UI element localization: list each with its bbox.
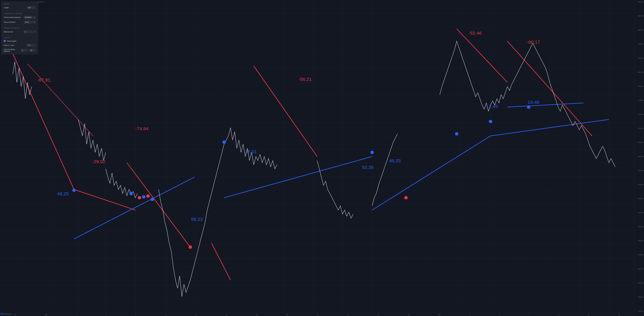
svg-text:-29.92: -29.92 xyxy=(92,159,105,164)
x-label-sep: Sep xyxy=(45,314,47,316)
x-label-oct: Oct xyxy=(438,314,440,316)
svg-text:2.45: 2.45 xyxy=(489,104,498,109)
y-label-25000: 25000.00 xyxy=(635,282,644,284)
x-label-15: 15 xyxy=(226,314,227,316)
swings-section-label: SWINGS xyxy=(2,2,38,5)
y-label-26200: 26200.00 xyxy=(635,198,644,199)
y-label-26000: 26000.00 xyxy=(635,212,644,213)
svg-line-49 xyxy=(127,163,190,247)
y-label-26800: 26800.00 xyxy=(635,156,644,157)
length-input[interactable] xyxy=(27,6,36,9)
divider-1 xyxy=(2,10,38,11)
y-label-28400: 28400.00 xyxy=(635,43,644,45)
divider-2 xyxy=(2,25,38,25)
x-label-27: 27 xyxy=(378,314,379,316)
x-axis: 30 Sep 4 6 8 11 13 15 18 20 22 25 27 29 … xyxy=(0,313,634,316)
show-angles-row[interactable]: Show Angles xyxy=(2,39,38,43)
y-label-24600: 24600.00 xyxy=(635,310,644,312)
x-label-30: 30 xyxy=(14,314,16,316)
minimal-bars-input[interactable] xyxy=(24,30,32,33)
show-angles-label: Show Angles xyxy=(7,40,16,42)
x-label-4: 4 xyxy=(76,314,77,316)
svg-line-50 xyxy=(28,64,93,136)
bottom-spacer xyxy=(2,53,38,54)
svg-point-68 xyxy=(188,245,192,249)
x-label-11b: 11 xyxy=(588,314,590,316)
trendline-validation-label: TRENDLINE VALIDATION xyxy=(2,11,38,15)
trendline-breaks-label: TRENDLINE BREAKS xyxy=(2,26,38,29)
svg-text:-67.91: -67.91 xyxy=(37,77,50,83)
svg-text:52.26: 52.26 xyxy=(362,165,374,170)
length-row: Length xyxy=(2,5,38,10)
trendlines-max-input[interactable] xyxy=(29,49,36,52)
y-label-26600: 26600.00 xyxy=(635,170,644,171)
svg-text:-74.84: -74.84 xyxy=(135,126,148,131)
ratio-label: Ratio X-Y axis xyxy=(4,44,26,46)
source-breaks-select[interactable]: close open high low xyxy=(24,20,36,23)
chart-svg: -60.11 -67.91 -29.92 -74.84 -56.21 -52.4… xyxy=(0,0,634,313)
y-label-27200: 27200.00 xyxy=(635,128,644,129)
x-label-20: 20 xyxy=(286,314,288,316)
x-label-8: 8 xyxy=(135,314,136,316)
svg-text:35.01: 35.01 xyxy=(245,149,257,154)
svg-point-66 xyxy=(146,194,150,198)
x-label-5: 5 xyxy=(499,314,500,316)
info-icon[interactable]: ? xyxy=(34,31,36,33)
y-label-25400: 25400.00 xyxy=(635,254,644,256)
trendlines-min-input[interactable] xyxy=(21,49,28,52)
y-label-27600: 27600.00 xyxy=(635,100,644,101)
svg-text:19.46: 19.46 xyxy=(528,100,540,105)
show-angles-checkbox[interactable] xyxy=(4,40,6,42)
svg-point-63 xyxy=(527,105,530,109)
chart-area[interactable]: fikira published on TradingView.com, Oct… xyxy=(0,0,644,316)
svg-point-65 xyxy=(138,196,141,199)
tv-logo-icon: TV xyxy=(0,313,4,316)
y-label-28600: 28600.00 xyxy=(635,29,644,31)
minimal-bars-label: Minimal bars xyxy=(4,31,22,33)
svg-line-52 xyxy=(224,157,372,198)
svg-point-67 xyxy=(404,196,408,199)
x-label-13b: 13 xyxy=(618,314,620,316)
svg-line-43 xyxy=(13,54,74,190)
y-label-28000: 28000.00 xyxy=(635,71,644,73)
trendlines-between-label: Only Trendlines between: xyxy=(4,48,20,52)
y-label-27400: 27400.00 xyxy=(635,114,644,115)
divider-3 xyxy=(2,35,38,35)
settings-panel: SWINGS Length TRENDLINE VALIDATION Check… xyxy=(2,1,38,54)
x-label-25: 25 xyxy=(347,314,349,316)
svg-line-51 xyxy=(74,177,194,239)
check-breaks-select[interactable]: Disabled Enabled xyxy=(24,16,36,19)
svg-text:68.23: 68.23 xyxy=(191,217,203,222)
check-breaks-select-wrapper[interactable]: Disabled Enabled xyxy=(24,16,36,19)
svg-point-57 xyxy=(129,192,133,195)
x-label-13: 13 xyxy=(196,314,197,316)
x-label-29: 29 xyxy=(408,314,410,316)
x-label-3: 3 xyxy=(469,314,470,316)
x-label-11: 11 xyxy=(165,314,166,316)
y-label-25600: 25600.00 xyxy=(635,240,644,242)
svg-text:48.25: 48.25 xyxy=(57,191,69,196)
angles-section-label: ANGLES xyxy=(2,35,38,39)
y-axis: 29000.00 28800.00 28600.00 28400.00 2820… xyxy=(634,0,644,313)
top-bar: fikira published on TradingView.com, Oct… xyxy=(0,0,644,4)
range-separator: - xyxy=(28,49,29,51)
tradingview-logo: TV TradingView xyxy=(0,313,12,316)
check-breaks-label: Check breaks between: xyxy=(4,16,23,18)
length-label: Length xyxy=(4,7,26,8)
y-label-27800: 27800.00 xyxy=(635,85,644,87)
ratio-input[interactable] xyxy=(27,44,36,47)
y-label-27000: 27000.00 xyxy=(635,142,644,143)
ratio-row: Ratio X-Y axis xyxy=(2,43,38,48)
x-label-18: 18 xyxy=(256,314,258,316)
svg-point-62 xyxy=(489,120,492,123)
source-breaks-select-wrapper[interactable]: close open high low xyxy=(24,20,36,23)
svg-point-59 xyxy=(150,198,154,201)
svg-point-61 xyxy=(455,132,458,136)
svg-text:-56.21: -56.21 xyxy=(298,77,312,82)
y-label-24800: 24800.00 xyxy=(635,296,644,298)
y-label-28200: 28200.00 xyxy=(635,57,644,59)
svg-text:-52.46: -52.46 xyxy=(468,30,482,36)
trendlines-between-row: Only Trendlines between: - xyxy=(2,48,38,53)
svg-point-58 xyxy=(142,195,146,199)
y-label-28800: 28800.00 xyxy=(635,15,644,17)
